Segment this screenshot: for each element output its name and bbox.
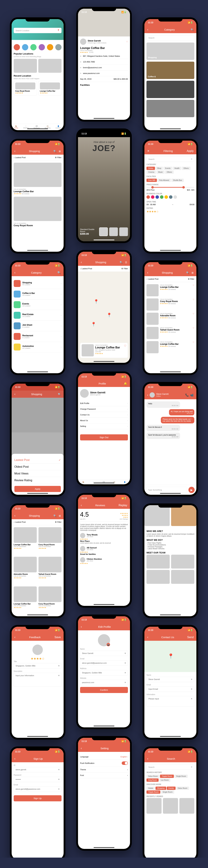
search-input[interactable]: Search✕ — [146, 764, 194, 770]
profile-item[interactable]: Contact Us› — [80, 412, 128, 418]
search-input[interactable]: Search — [146, 35, 194, 40]
apply-button[interactable]: Apply — [14, 486, 61, 492]
signout-button[interactable]: Sign Out — [80, 434, 128, 440]
tab-home[interactable]: 🏠Home — [14, 125, 18, 129]
back-icon[interactable]: ‹ — [147, 28, 148, 31]
grid-item[interactable]: Coxy Royal RoomArts & Humanities★★★★★ — [38, 527, 62, 555]
tab-wishlist[interactable]: ♡Wishlist — [23, 125, 29, 129]
slider-max[interactable] — [182, 186, 185, 189]
bell-icon[interactable]: 🔔 — [124, 382, 127, 385]
send-button[interactable]: ▶ — [188, 487, 195, 493]
heart-icon[interactable]: ♡ — [124, 344, 126, 356]
send-button[interactable]: Send — [187, 636, 194, 639]
map-pin-icon[interactable]: 📍 — [94, 299, 99, 304]
screen-signup: 11:13📶🔋 ‹Sign Up ID steve.garrett✕ Passw… — [12, 748, 64, 858]
profile-item[interactable]: Setting› — [80, 424, 128, 429]
category-row[interactable]: Automotive42 Location› — [14, 342, 62, 352]
screen-chat: 11:13📶🔋 ‹Steve GarrettOnline📞📹 Hello08:3… — [144, 384, 196, 495]
list-icon[interactable]: ☰ — [125, 261, 127, 264]
cat-estate[interactable] — [39, 44, 45, 50]
profile-item[interactable]: Edit Profile› — [80, 401, 128, 406]
sort-option[interactable]: Review Rating — [14, 477, 61, 484]
map-pin-icon: 📍 — [57, 29, 60, 32]
slider-min[interactable] — [151, 186, 154, 189]
map-icon[interactable]: ⊞ — [59, 150, 61, 153]
list-item[interactable]: Arts & HumanitiesCoxy Royal Room★★★★★ 99… — [146, 299, 194, 311]
grid-item[interactable]: Coxy Royal RoomArts & Humanities★★★★★ — [38, 586, 62, 614]
confirm-button[interactable]: Confirm — [80, 687, 128, 693]
back-icon[interactable]: ‹ — [14, 271, 15, 275]
setting-push[interactable]: Push Notification — [80, 760, 128, 767]
filter-button[interactable]: ⚙ Filter — [55, 156, 62, 159]
category-row[interactable]: Real Estate14 Location› — [14, 310, 62, 321]
close-icon[interactable]: ✕ — [147, 149, 149, 153]
screen-home: 11:13📶🔋 Search Location📍 Popular Locatio… — [12, 19, 64, 130]
category-row[interactable]: Restaurant6 Location› — [14, 331, 62, 342]
cat-more[interactable] — [55, 44, 62, 50]
replay-button[interactable]: Replay — [118, 504, 127, 507]
save-button[interactable]: Save — [55, 636, 61, 639]
cat-job[interactable] — [47, 44, 53, 50]
tab-booking[interactable]: 📋Booking — [45, 125, 50, 129]
screen-filter: 11:13📶🔋 ✕FilteringApply Search✕ CATEGORY… — [144, 141, 196, 252]
sort-option[interactable]: Most Views — [14, 470, 61, 477]
grid-item[interactable]: Adorable RoomArts & Humanities★★★★★ — [14, 557, 37, 585]
list-item[interactable]: Arts & HumanitiesLounge Coffee Bar★★★★★ … — [146, 284, 194, 296]
cat-shopping[interactable] — [14, 44, 20, 50]
desc-input[interactable]: Input your Information✕ — [14, 673, 62, 687]
heart-icon[interactable]: ♡ — [126, 41, 128, 43]
back-icon[interactable]: ‹ — [81, 260, 82, 264]
back-icon[interactable]: ‹ — [14, 149, 15, 153]
video-icon[interactable]: 📹 — [190, 393, 194, 397]
tab-bar: 🏠Home ♡Wishlist 💬Message 📋Booking 👤Accou… — [12, 124, 64, 130]
sort-option[interactable]: Oldest Post — [14, 464, 61, 470]
sort-option[interactable]: Lastest Post✓ — [14, 457, 61, 464]
review-item: AB SamuelJun 2018★★★★★Great for families — [80, 546, 128, 555]
search-input[interactable]: Search Location📍 — [14, 28, 62, 33]
search-icon[interactable]: 🔍 — [119, 261, 123, 264]
tab-message[interactable]: 💬Message — [33, 125, 40, 129]
screen-shopping-large: 11:13📶🔋 ‹Shopping🔍⊞ ↕ Lastest Post⚙ Filt… — [12, 141, 64, 252]
apply-button[interactable]: Apply — [187, 150, 194, 153]
back-icon[interactable]: ‹ — [147, 271, 148, 275]
search-icon[interactable]: 🔍 — [57, 271, 61, 274]
category-card[interactable]: Shopping — [146, 42, 194, 60]
screen-edit-profile: 11:13📶🔋 ‹Edit Profile 📷 Name Steve Garre… — [78, 616, 130, 727]
profile-item[interactable]: About Us› — [80, 418, 128, 424]
setting-font[interactable]: Font› — [80, 773, 128, 778]
cat-coffee[interactable] — [22, 44, 28, 50]
list-item[interactable]: Arts & HumanitiesTaihait Guest Room★★★★★… — [146, 327, 194, 339]
map-view[interactable]: 📍 📍 📍 Arts & HumanitiesLounge Coffee Bar… — [78, 272, 130, 363]
map-pin-icon[interactable]: 📍 — [107, 313, 112, 317]
review-item: Tony MeadaJun 2018★★★★★Nice PlaceLorem i… — [80, 533, 128, 544]
tab-account[interactable]: 👤Account — [56, 125, 61, 129]
phone-icon: ○ — [80, 61, 81, 63]
sort-button[interactable]: ↕ Lastest Post — [14, 156, 26, 159]
map-card[interactable]: Arts & HumanitiesLounge Coffee Bar667, W… — [80, 343, 128, 358]
screen-grid-shop: 11:13📶🔋 ‹Shopping🔍⊞ ↕ Lastest Post⚙ Filt… — [12, 505, 64, 616]
title-input[interactable]: Singapore, Golden Mile✕ — [14, 663, 62, 669]
search-icon[interactable]: 🔍 — [54, 150, 56, 153]
message-input[interactable]: Type Something — [146, 487, 187, 493]
setting-language[interactable]: LanguageEnglish › — [80, 754, 128, 760]
category-row[interactable]: Shopping56 Location› — [14, 278, 62, 289]
search-icon[interactable]: 🔍 — [190, 28, 194, 31]
screen-search: 11:13📶🔋 ‹Search Search✕ SEARCH HISTORY D… — [144, 748, 196, 858]
map-pin-icon[interactable]: 📍 — [91, 322, 96, 327]
cat-event[interactable] — [30, 44, 37, 50]
grid-item[interactable]: Lounge Coffee BarArts & Humanities★★★★★ — [14, 527, 37, 555]
grid-item[interactable]: Lounge Coffee BarArts & Humanities★★★★★ — [14, 586, 37, 614]
signup-button[interactable]: Sign Up — [14, 795, 62, 801]
screen-profile: 11:13📶🔋 Profile🔔 Steve Garrett@steve.gar… — [78, 373, 130, 484]
category-row[interactable]: Job Sheet6 Location› — [14, 321, 62, 331]
review-item: Clinton StocktonJun 2018★★★★★ — [80, 557, 128, 564]
profile-item[interactable]: Change Password› — [80, 406, 128, 412]
setting-theme[interactable]: Theme› — [80, 767, 128, 773]
category-row[interactable]: Events16 Location› — [14, 300, 62, 310]
phone-icon[interactable]: 📞 — [185, 393, 189, 397]
contact-map[interactable]: 📍 — [144, 641, 196, 672]
list-item[interactable]: Arts & HumanitiesAdorable Room★★★★★ 89 r… — [146, 313, 194, 325]
grid-item[interactable]: Taihait Guest RoomArts & Humanities★★★★★ — [38, 557, 62, 585]
list-item[interactable]: Arts & HumanitiesLounge Coffee Bar★★★★★ … — [146, 341, 194, 353]
category-row[interactable]: Coffee & Bar10 Location› — [14, 289, 62, 300]
